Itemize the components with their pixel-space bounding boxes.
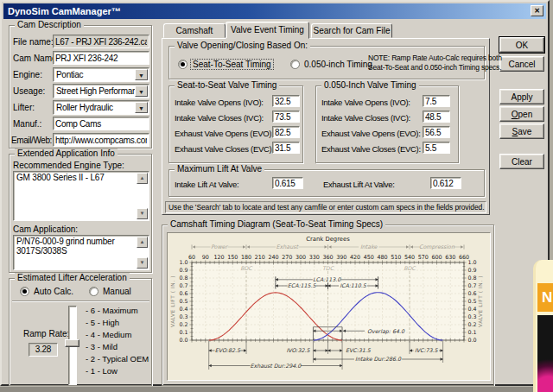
clear-button[interactable]: Clear	[499, 154, 544, 169]
svg-text:0.3: 0.3	[179, 313, 188, 319]
svg-text:1.0: 1.0	[468, 259, 477, 265]
svg-text:180: 180	[241, 254, 251, 261]
auto-calc-radio[interactable]	[20, 287, 29, 296]
scroll-up-icon[interactable]: ▲	[137, 237, 148, 248]
seat-to-seat-radio-label[interactable]: Seat-To-Seat Timing	[191, 60, 273, 69]
open-button[interactable]: Open	[499, 106, 544, 122]
chevron-down-icon[interactable]: ▼	[135, 85, 148, 97]
manuf-label: Manuf.:	[13, 119, 41, 129]
svg-text:90: 90	[202, 254, 209, 261]
svg-text:510: 510	[391, 254, 401, 261]
seat-to-seat-radio[interactable]	[178, 60, 188, 69]
svg-text:BDC: BDC	[240, 265, 253, 271]
tab-camshaft-specs[interactable]: Camshaft Specs	[163, 23, 226, 38]
evo-seat-input[interactable]	[272, 126, 300, 138]
lifter-accel-group: Estimated Lifter Acceleration Auto Calc.…	[9, 278, 152, 386]
timing-diagram-group: Camshaft Timing Diagram (Seat-To-Seat Ti…	[162, 224, 494, 386]
lifter-accel-title: Estimated Lifter Acceleration	[15, 273, 130, 282]
ivc-seat-label: Intake Valve Closes (IVC):	[175, 113, 264, 123]
svg-text:420: 420	[350, 254, 360, 261]
evo-050-input[interactable]	[423, 126, 450, 138]
extended-info-group: Extended Application Info Recommended En…	[9, 154, 152, 273]
svg-text:480: 480	[377, 254, 387, 261]
cam-description-title: Cam Description	[15, 20, 84, 29]
exhaust-lift-input[interactable]	[430, 177, 461, 189]
scroll-down-icon[interactable]: ▼	[137, 257, 148, 269]
svg-text:600: 600	[431, 254, 442, 261]
scale-6-maximum: - 6 - Maximum	[86, 306, 138, 315]
hint-text: Use the 'Search' tab to locate and test …	[165, 201, 486, 213]
svg-text:570: 570	[418, 254, 429, 261]
svg-text:0.0: 0.0	[179, 337, 188, 343]
file-name-label: File name:	[13, 37, 54, 47]
svg-text:0.5: 0.5	[468, 298, 477, 304]
close-icon[interactable]: ✕	[531, 5, 543, 16]
file-name-field	[53, 35, 149, 48]
svg-text:LCA:113.0: LCA:113.0	[313, 276, 341, 282]
background-window-sliver: N	[533, 260, 553, 392]
scroll-down-icon[interactable]: ▼	[137, 208, 148, 219]
ivo-seat-label: Intake Valve Opens (IVO):	[175, 98, 264, 107]
svg-text:Overlap: 64.0: Overlap: 64.0	[367, 328, 405, 335]
svg-text:0.2: 0.2	[468, 321, 477, 327]
svg-text:270: 270	[282, 254, 292, 261]
chevron-down-icon[interactable]: ▼	[135, 102, 148, 113]
svg-text:Power: Power	[211, 243, 228, 250]
ok-button[interactable]: OK	[499, 37, 544, 53]
tab-valve-event-timing[interactable]: Valve Event Timing	[226, 22, 309, 39]
tab-search-for-cam-file[interactable]: Search for Cam File	[311, 23, 392, 38]
scale-1-low: - 1 - Low	[86, 366, 118, 376]
ramp-rate-value: 3.28	[29, 343, 58, 357]
seat-timing-title: Seat-to-Seat Valve Timing	[175, 80, 279, 90]
ivo-050-label: Intake Valve Opens (IVO):	[321, 98, 410, 107]
useage-combobox[interactable]: Street High Performance ▼	[53, 84, 149, 98]
inch-timing-group: 0.050-Inch Valve Timing Intake Valve Ope…	[315, 85, 459, 163]
lifter-combobox[interactable]: Roller Hydraulic ▼	[53, 100, 149, 115]
cam-name-field[interactable]	[53, 51, 149, 65]
cam-description-group: Cam Description File name: Cam Name: Eng…	[9, 25, 152, 149]
chevron-down-icon[interactable]: ▼	[135, 69, 148, 80]
svg-text:0.8: 0.8	[179, 275, 188, 281]
engine-combobox[interactable]: Pontiac ▼	[53, 67, 149, 82]
svg-text:150: 150	[227, 254, 238, 261]
ivc-seat-input[interactable]	[272, 111, 300, 123]
svg-text:360: 360	[322, 254, 333, 261]
svg-text:0.3: 0.3	[468, 313, 477, 319]
intake-lift-input[interactable]	[272, 177, 303, 189]
scale-3-mild: - 3 - Mild	[86, 342, 118, 351]
evc-050-input[interactable]	[423, 142, 450, 154]
svg-text:0.7: 0.7	[468, 282, 477, 288]
email-web-field[interactable]	[53, 133, 149, 147]
engine-type-textarea[interactable]: GM 3800 Series II - L67	[13, 171, 149, 221]
svg-text:450: 450	[364, 254, 374, 261]
svg-text:IVO:32.5: IVO:32.5	[286, 347, 310, 353]
ramp-rate-slider-thumb[interactable]	[65, 339, 79, 347]
svg-text:ICA:110.5: ICA:110.5	[340, 282, 367, 288]
inch-timing-radio[interactable]	[290, 60, 300, 69]
ivo-seat-input[interactable]	[272, 95, 300, 107]
inch-timing-radio-label[interactable]: 0.050-inch Timing	[304, 60, 372, 69]
note-line2: Seat-To-Seat and 0.050-inch Timing specs…	[368, 63, 501, 72]
scale-2-typical-oem: - 2 - Typical OEM	[86, 354, 149, 364]
svg-text:0.4: 0.4	[179, 306, 188, 312]
svg-text:BDC: BDC	[404, 265, 416, 271]
svg-text:0.5: 0.5	[179, 298, 188, 304]
ivc-050-input[interactable]	[423, 111, 450, 123]
ivo-050-input[interactable]	[423, 95, 450, 107]
save-button[interactable]: Save	[499, 123, 544, 139]
manual-radio[interactable]	[89, 287, 99, 296]
lifter-value: Roller Hydraulic	[56, 103, 113, 112]
useage-label: Useage:	[13, 86, 45, 96]
cancel-button[interactable]: Cancel	[499, 56, 544, 72]
svg-text:Intake: Intake	[360, 243, 378, 250]
svg-text:EVO:82.5: EVO:82.5	[215, 347, 241, 353]
cam-application-textarea[interactable]: P/N76-000-9 grind number 3017S/3038S	[13, 235, 149, 270]
scale-5-high: - 5 - High	[86, 318, 119, 327]
scroll-up-icon[interactable]: ▲	[137, 173, 148, 184]
ivc-050-label: Intake Valve Closes (IVC):	[321, 113, 410, 123]
manuf-field[interactable]	[53, 117, 149, 130]
evc-seat-input[interactable]	[272, 142, 300, 154]
svg-text:0.8: 0.8	[468, 275, 477, 281]
ramp-rate-label: Ramp Rate:	[23, 329, 69, 338]
apply-button[interactable]: Apply	[499, 89, 544, 104]
